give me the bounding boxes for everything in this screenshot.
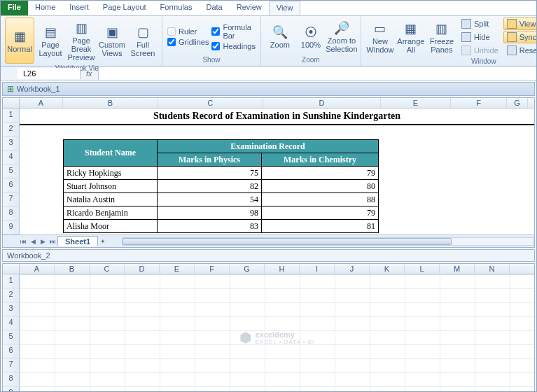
row-header[interactable]: 4 <box>3 150 20 164</box>
select-all-corner[interactable] <box>3 98 20 108</box>
zoom-selection-icon: 🔎 <box>333 20 350 36</box>
row-header[interactable]: 2 <box>3 122 20 136</box>
formula-bar-checkbox[interactable]: Formula Bar <box>211 22 256 41</box>
cell-physics[interactable]: 83 <box>158 220 262 233</box>
row-header[interactable]: 1 <box>3 108 20 122</box>
tab-page-layout[interactable]: Page Layout <box>96 1 153 15</box>
row-header[interactable]: 5 <box>3 330 20 344</box>
col-header[interactable]: F <box>195 264 230 274</box>
row-header[interactable]: 8 <box>3 372 20 386</box>
cell-name[interactable]: Stuart Johnson <box>64 180 158 193</box>
cell-physics[interactable]: 75 <box>158 167 262 180</box>
new-window-button[interactable]: ▭New Window <box>365 18 395 57</box>
freeze-panes-button[interactable]: ▥Freeze Panes <box>427 18 456 57</box>
row-header[interactable]: 7 <box>3 358 20 372</box>
row-header[interactable]: 6 <box>3 344 20 358</box>
row-header[interactable]: 3 <box>3 136 20 150</box>
row-header[interactable]: 9 <box>3 386 20 392</box>
zoom-selection-button[interactable]: 🔎Zoom to Selection <box>327 18 356 55</box>
tab-review[interactable]: Review <box>230 1 269 15</box>
page-layout-button[interactable]: ▤Page Layout <box>36 18 65 64</box>
sync-scrolling-button[interactable]: Synchronous Scrolling <box>503 31 537 43</box>
normal-button[interactable]: ▦Normal <box>5 18 34 64</box>
full-screen-button[interactable]: ▢Full Screen <box>128 18 158 64</box>
hundred-button[interactable]: ⦿100% <box>296 18 326 55</box>
cell-chemistry[interactable]: 79 <box>262 206 379 220</box>
cell-name[interactable]: Alisha Moor <box>64 220 158 233</box>
col-header[interactable]: E <box>160 264 195 274</box>
col-header[interactable]: N <box>475 264 510 274</box>
ruler-checkbox[interactable]: Ruler <box>167 27 209 36</box>
cell-name[interactable]: Ricardo Benjamin <box>64 206 158 220</box>
row-header[interactable]: 5 <box>3 164 20 178</box>
wb1-cells[interactable]: Students Record of Examination in Sunshi… <box>20 108 534 234</box>
reset-position-button[interactable]: Reset Window Position <box>503 44 537 57</box>
col-header[interactable]: C <box>158 98 263 108</box>
excel-icon: ⊞ <box>7 84 14 94</box>
cell-physics[interactable]: 82 <box>158 180 262 193</box>
col-header[interactable]: C <box>90 264 125 274</box>
tab-insert[interactable]: Insert <box>62 1 96 15</box>
col-header[interactable]: G <box>230 264 265 274</box>
nav-prev[interactable]: ◀ <box>28 238 38 245</box>
custom-views-button[interactable]: ▣Custom Views <box>97 18 127 64</box>
wb2-cells[interactable]: ⬢exceldemyEXCEL • DATA • BI <box>20 274 534 392</box>
workbook2-title-bar[interactable]: Workbook_2 <box>2 249 535 262</box>
nav-next[interactable]: ▶ <box>38 238 48 245</box>
col-header[interactable]: D <box>263 98 381 108</box>
tab-formulas[interactable]: Formulas <box>153 1 200 15</box>
cell-chemistry[interactable]: 80 <box>262 180 379 193</box>
cell-chemistry[interactable]: 81 <box>262 220 379 233</box>
col-header[interactable]: B <box>55 264 90 274</box>
view-side-by-side-button[interactable]: View Side by Side <box>503 18 537 30</box>
col-header[interactable]: D <box>125 264 160 274</box>
sheet-tab-sheet1[interactable]: Sheet1 <box>57 236 98 246</box>
col-header[interactable]: I <box>300 264 335 274</box>
nav-last[interactable]: ⏭ <box>48 238 57 245</box>
col-header[interactable]: J <box>335 264 370 274</box>
zoom-button[interactable]: 🔍Zoom <box>265 18 295 55</box>
col-header[interactable]: L <box>405 264 440 274</box>
headings-checkbox[interactable]: Headings <box>211 41 256 51</box>
row-header[interactable]: 1 <box>3 274 20 288</box>
new-sheet-button[interactable]: ✦ <box>98 238 108 245</box>
hide-button[interactable]: Hide <box>458 31 502 43</box>
col-header[interactable]: A <box>20 98 63 108</box>
tab-file[interactable]: File <box>1 1 28 15</box>
page-break-button[interactable]: ▥Page Break Preview <box>67 18 96 64</box>
cell-physics[interactable]: 98 <box>158 206 262 220</box>
select-all-corner[interactable] <box>3 264 20 274</box>
col-header[interactable]: F <box>451 98 507 108</box>
gridlines-checkbox[interactable]: Gridlines <box>167 37 209 47</box>
workbook1-title-bar[interactable]: ⊞Workbook_1 <box>2 82 535 96</box>
row-header[interactable]: 6 <box>3 178 20 192</box>
cell-physics[interactable]: 54 <box>158 193 262 206</box>
name-box[interactable]: L26 <box>18 68 81 79</box>
row-header[interactable]: 2 <box>3 288 20 302</box>
split-button[interactable]: Split <box>458 18 502 30</box>
row-header[interactable]: 9 <box>3 220 20 234</box>
cell-chemistry[interactable]: 79 <box>262 167 379 180</box>
col-header[interactable]: E <box>381 98 451 108</box>
arrange-all-button[interactable]: ▦Arrange All <box>396 18 426 57</box>
nav-first[interactable]: ⏮ <box>18 238 28 245</box>
unhide-button[interactable]: Unhide <box>458 44 502 57</box>
cell-name[interactable]: Natalia Austin <box>64 193 158 206</box>
scrollbar-h[interactable] <box>122 237 534 246</box>
cell-name[interactable]: Ricky Hopkings <box>64 167 158 180</box>
col-header[interactable]: K <box>370 264 405 274</box>
row-header[interactable]: 4 <box>3 316 20 330</box>
row-header[interactable]: 3 <box>3 302 20 316</box>
row-header[interactable]: 7 <box>3 192 20 206</box>
cell-chemistry[interactable]: 88 <box>262 193 379 206</box>
col-header[interactable]: B <box>63 98 158 108</box>
col-header[interactable]: G <box>507 98 528 108</box>
tab-view[interactable]: View <box>269 1 301 15</box>
col-header[interactable]: H <box>265 264 300 274</box>
row-header[interactable]: 8 <box>3 206 20 220</box>
tab-data[interactable]: Data <box>199 1 229 15</box>
tab-home[interactable]: Home <box>28 1 62 15</box>
formula-input[interactable] <box>98 66 536 80</box>
col-header[interactable]: A <box>20 264 55 274</box>
col-header[interactable]: M <box>440 264 475 274</box>
